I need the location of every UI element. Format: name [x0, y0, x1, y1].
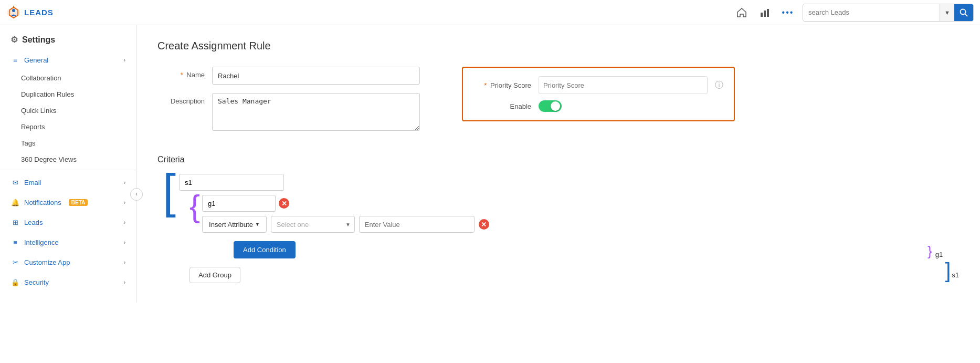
square-bracket-close-icon: ]: [945, 260, 951, 281]
sidebar-label-email: Email: [24, 179, 41, 186]
intelligence-icon: ≡: [10, 237, 20, 247]
svg-rect-5: [764, 11, 766, 17]
svg-point-7: [961, 9, 966, 14]
condition-row: Insert Attribute ▼ Select one ▼: [202, 216, 925, 233]
sidebar-item-quick-links[interactable]: Quick Links: [0, 102, 136, 119]
criteria-inner-block: { ✕ Insert Attribute: [179, 174, 943, 286]
priority-input-wrapper: [539, 76, 708, 94]
g1-row: ✕: [202, 195, 925, 212]
priority-score-row: * Priority Score ⓘ: [473, 76, 723, 94]
more-button[interactable]: •••: [778, 3, 797, 22]
required-star: *: [181, 71, 183, 79]
sidebar-item-general[interactable]: ≡ General ›: [0, 50, 136, 70]
priority-score-label: * Priority Score: [473, 81, 531, 89]
enter-value-input[interactable]: [359, 216, 475, 233]
criteria-title: Criteria: [157, 155, 959, 164]
sidebar-collapse-button[interactable]: ‹: [130, 188, 143, 201]
sidebar-label-leads: Leads: [24, 219, 43, 226]
top-nav: LEADS ••• ▼: [0, 0, 980, 25]
info-icon[interactable]: ⓘ: [715, 80, 723, 91]
page-title: Create Assignment Rule: [157, 40, 959, 52]
priority-score-input[interactable]: [543, 81, 703, 89]
remove-group-button[interactable]: ✕: [279, 198, 289, 209]
enable-toggle[interactable]: [539, 100, 562, 112]
chevron-right-security-icon: ›: [124, 279, 125, 285]
search-area: ▼: [803, 4, 974, 22]
svg-rect-6: [767, 9, 769, 17]
sidebar-header: ⚙ Settings: [0, 25, 136, 50]
enable-label: Enable: [473, 102, 531, 110]
sidebar-item-customize-app[interactable]: ✂ Customize App ›: [0, 252, 136, 272]
description-field: Description Sales Manager: [157, 93, 420, 131]
sidebar-item-collaboration[interactable]: Collaboration: [0, 70, 136, 86]
form-left: * Name Description Sales Manager: [157, 67, 420, 139]
chevron-right-intelligence-icon: ›: [124, 240, 125, 245]
search-dropdown-button[interactable]: ▼: [940, 4, 954, 21]
chart-button[interactable]: [755, 3, 774, 22]
insert-attribute-button[interactable]: Insert Attribute ▼: [202, 216, 267, 233]
more-dots-icon: •••: [782, 8, 794, 17]
s1-closing-label: s1: [952, 271, 959, 279]
chevron-right-leads-icon: ›: [124, 220, 125, 225]
remove-condition-button[interactable]: ✕: [479, 219, 489, 230]
chevron-right-email-icon: ›: [124, 180, 125, 185]
group-block: { ✕ Insert Attribute: [189, 195, 943, 264]
sidebar: ⚙ Settings ≡ General › Collaboration Dup…: [0, 25, 136, 303]
sidebar-label-security: Security: [24, 278, 49, 286]
sidebar-item-tags[interactable]: Tags: [0, 135, 136, 151]
sidebar-item-email[interactable]: ✉ Email ›: [0, 172, 136, 192]
email-icon: ✉: [10, 178, 20, 187]
sidebar-item-security[interactable]: 🔒 Security ›: [0, 272, 136, 292]
curly-bracket-open-icon: {: [189, 196, 200, 216]
select-one-wrapper: Select one ▼: [271, 216, 355, 233]
s1-row: [179, 174, 943, 191]
curly-bracket-close-wrapper: }: [928, 243, 932, 260]
logo-area: LEADS: [6, 5, 80, 20]
main-layout: ⚙ Settings ≡ General › Collaboration Dup…: [0, 25, 980, 363]
chevron-right-customize-icon: ›: [124, 260, 125, 265]
sidebar-label-customize: Customize App: [24, 258, 70, 266]
criteria-section: Criteria [ {: [157, 155, 959, 286]
customize-icon: ✂: [10, 257, 20, 267]
home-button[interactable]: [732, 3, 751, 22]
chart-icon: [760, 7, 770, 18]
home-icon: [736, 7, 747, 18]
add-group-button[interactable]: Add Group: [189, 267, 240, 283]
svg-rect-4: [761, 13, 763, 17]
sidebar-item-reports[interactable]: Reports: [0, 119, 136, 135]
group-inner-block: ✕ Insert Attribute ▼: [202, 195, 925, 264]
add-condition-button[interactable]: Add Condition: [234, 241, 296, 258]
app-name: LEADS: [24, 8, 54, 17]
beta-badge: BETA: [69, 199, 88, 206]
notifications-icon: 🔔: [10, 198, 20, 207]
sidebar-label-notifications: Notifications: [24, 199, 61, 206]
security-icon: 🔒: [10, 277, 20, 287]
priority-required-star: *: [484, 81, 487, 89]
g1-input[interactable]: [202, 195, 276, 212]
curly-bracket-close-icon: }: [928, 243, 932, 260]
name-field: * Name: [157, 67, 420, 85]
content-area: Create Assignment Rule * Name Descriptio…: [136, 25, 980, 363]
sidebar-item-duplication-rules[interactable]: Duplication Rules: [0, 86, 136, 102]
sidebar-item-intelligence[interactable]: ≡ Intelligence ›: [0, 232, 136, 252]
sidebar-heading: Settings: [22, 35, 55, 45]
leads-logo-icon: [6, 5, 21, 20]
description-textarea[interactable]: Sales Manager: [212, 93, 420, 131]
insert-attribute-wrapper: Insert Attribute ▼: [202, 216, 267, 233]
sidebar-item-leads[interactable]: ⊞ Leads ›: [0, 212, 136, 232]
outer-bracket-right: ]: [945, 260, 951, 281]
description-label: Description: [157, 93, 205, 105]
svg-line-8: [965, 14, 968, 16]
condition-operator-select[interactable]: Select one: [271, 216, 355, 233]
chevron-right-notifications-icon: ›: [124, 200, 125, 205]
outer-bracket-left: [: [163, 174, 176, 207]
sidebar-item-360-degree-views[interactable]: 360 Degree Views: [0, 151, 136, 168]
sidebar-item-notifications[interactable]: 🔔 Notifications BETA ›: [0, 192, 136, 212]
leads-nav-icon: ⊞: [10, 217, 20, 227]
search-input[interactable]: [803, 4, 940, 21]
search-submit-icon: [960, 8, 968, 17]
g1-closing-label: g1: [935, 251, 943, 258]
general-icon: ≡: [10, 55, 20, 65]
search-submit-button[interactable]: [954, 4, 973, 21]
name-input[interactable]: [212, 67, 420, 85]
